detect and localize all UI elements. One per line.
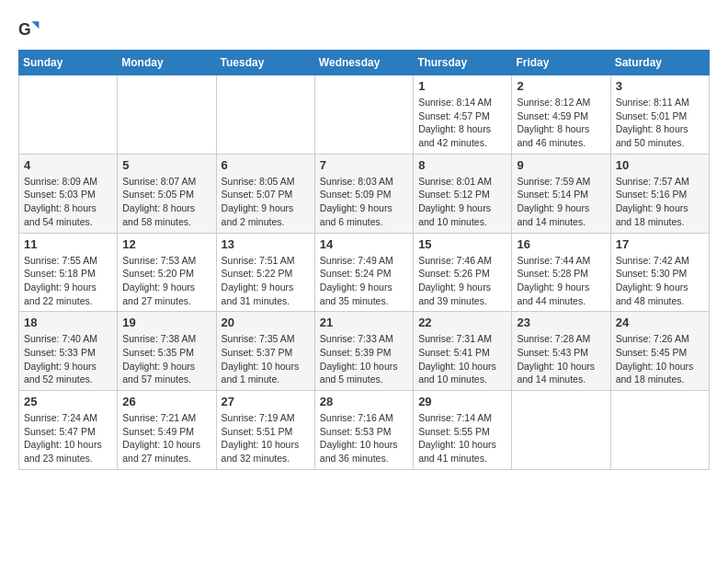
calendar-cell: 9Sunrise: 7:59 AMSunset: 5:14 PMDaylight… [512,154,610,233]
calendar-cell: 29Sunrise: 7:14 AMSunset: 5:55 PMDayligh… [414,391,512,470]
day-header-friday: Friday [512,51,610,75]
calendar-week-3: 11Sunrise: 7:55 AMSunset: 5:18 PMDayligh… [19,233,710,312]
day-number: 6 [222,158,310,172]
calendar-cell: 14Sunrise: 7:49 AMSunset: 5:24 PMDayligh… [314,233,413,312]
day-number: 26 [122,395,210,408]
calendar-cell: 8Sunrise: 8:01 AMSunset: 5:12 PMDaylight… [414,154,512,233]
day-info: Sunrise: 7:21 AMSunset: 5:49 PMDaylight:… [122,411,210,465]
calendar-cell: 22Sunrise: 7:31 AMSunset: 5:41 PMDayligh… [414,312,512,391]
day-info: Sunrise: 7:46 AMSunset: 5:26 PMDaylight:… [418,254,506,308]
day-info: Sunrise: 7:59 AMSunset: 5:14 PMDaylight:… [517,175,605,229]
calendar-week-1: 1Sunrise: 8:14 AMSunset: 4:57 PMDaylight… [19,75,710,155]
day-info: Sunrise: 8:01 AMSunset: 5:12 PMDaylight:… [418,175,506,229]
day-info: Sunrise: 8:05 AMSunset: 5:07 PMDaylight:… [222,175,310,229]
day-header-monday: Monday [118,51,216,75]
day-number: 14 [320,237,408,251]
day-info: Sunrise: 7:28 AMSunset: 5:43 PMDaylight:… [517,332,605,386]
day-header-thursday: Thursday [414,51,512,75]
svg-text:G: G [18,20,31,39]
day-header-saturday: Saturday [610,51,709,75]
day-info: Sunrise: 8:03 AMSunset: 5:09 PMDaylight:… [320,175,408,229]
calendar-cell: 21Sunrise: 7:33 AMSunset: 5:39 PMDayligh… [314,312,413,391]
day-number: 16 [517,237,605,251]
day-info: Sunrise: 7:51 AMSunset: 5:22 PMDaylight:… [222,254,310,308]
calendar-cell [118,75,216,155]
calendar-week-5: 25Sunrise: 7:24 AMSunset: 5:47 PMDayligh… [19,391,710,470]
calendar-cell [216,75,314,155]
calendar-cell [314,75,413,155]
page-header: G [18,18,710,40]
day-number: 22 [418,316,506,329]
calendar-cell: 24Sunrise: 7:26 AMSunset: 5:45 PMDayligh… [610,312,709,391]
day-number: 29 [418,395,506,408]
day-info: Sunrise: 8:07 AMSunset: 5:05 PMDaylight:… [122,175,210,229]
day-info: Sunrise: 7:49 AMSunset: 5:24 PMDaylight:… [320,254,408,308]
calendar-cell [512,391,610,470]
calendar-cell: 27Sunrise: 7:19 AMSunset: 5:51 PMDayligh… [216,391,314,470]
day-info: Sunrise: 7:24 AMSunset: 5:47 PMDaylight:… [24,411,112,465]
day-info: Sunrise: 8:11 AMSunset: 5:01 PMDaylight:… [616,96,704,150]
calendar-cell: 20Sunrise: 7:35 AMSunset: 5:37 PMDayligh… [216,312,314,391]
day-info: Sunrise: 7:57 AMSunset: 5:16 PMDaylight:… [616,175,704,229]
day-number: 25 [24,395,112,408]
calendar-cell: 10Sunrise: 7:57 AMSunset: 5:16 PMDayligh… [610,154,709,233]
calendar-cell: 15Sunrise: 7:46 AMSunset: 5:26 PMDayligh… [414,233,512,312]
calendar-cell: 13Sunrise: 7:51 AMSunset: 5:22 PMDayligh… [216,233,314,312]
calendar-cell: 19Sunrise: 7:38 AMSunset: 5:35 PMDayligh… [118,312,216,391]
calendar-cell: 17Sunrise: 7:42 AMSunset: 5:30 PMDayligh… [610,233,709,312]
day-info: Sunrise: 7:31 AMSunset: 5:41 PMDaylight:… [418,332,506,386]
day-number: 9 [517,158,605,172]
calendar-cell: 3Sunrise: 8:11 AMSunset: 5:01 PMDaylight… [610,75,709,155]
day-number: 15 [418,237,506,251]
logo-icon: G [18,18,40,40]
calendar-body: 1Sunrise: 8:14 AMSunset: 4:57 PMDaylight… [19,75,710,470]
calendar-cell: 28Sunrise: 7:16 AMSunset: 5:53 PMDayligh… [314,391,413,470]
calendar-cell: 2Sunrise: 8:12 AMSunset: 4:59 PMDaylight… [512,75,610,155]
day-info: Sunrise: 8:14 AMSunset: 4:57 PMDaylight:… [418,96,506,150]
day-number: 12 [122,237,210,251]
day-number: 28 [320,395,408,408]
calendar-week-2: 4Sunrise: 8:09 AMSunset: 5:03 PMDaylight… [19,154,710,233]
day-info: Sunrise: 7:40 AMSunset: 5:33 PMDaylight:… [24,332,112,386]
calendar-cell: 23Sunrise: 7:28 AMSunset: 5:43 PMDayligh… [512,312,610,391]
day-number: 10 [616,158,704,172]
logo: G [18,18,44,40]
day-number: 2 [517,79,605,93]
calendar-cell: 1Sunrise: 8:14 AMSunset: 4:57 PMDaylight… [414,75,512,155]
calendar-cell: 16Sunrise: 7:44 AMSunset: 5:28 PMDayligh… [512,233,610,312]
day-info: Sunrise: 7:44 AMSunset: 5:28 PMDaylight:… [517,254,605,308]
day-number: 13 [222,237,310,251]
calendar-cell: 18Sunrise: 7:40 AMSunset: 5:33 PMDayligh… [19,312,118,391]
day-number: 24 [616,316,704,329]
day-info: Sunrise: 7:16 AMSunset: 5:53 PMDaylight:… [320,411,408,465]
calendar-cell: 6Sunrise: 8:05 AMSunset: 5:07 PMDaylight… [216,154,314,233]
day-number: 3 [616,79,704,93]
calendar-table: SundayMondayTuesdayWednesdayThursdayFrid… [18,50,710,470]
calendar-cell: 11Sunrise: 7:55 AMSunset: 5:18 PMDayligh… [19,233,118,312]
day-number: 7 [320,158,408,172]
day-info: Sunrise: 7:26 AMSunset: 5:45 PMDaylight:… [616,332,704,386]
day-number: 23 [517,316,605,329]
day-number: 5 [122,158,210,172]
day-number: 20 [222,316,310,329]
day-number: 1 [418,79,506,93]
day-header-tuesday: Tuesday [216,51,314,75]
calendar-cell: 7Sunrise: 8:03 AMSunset: 5:09 PMDaylight… [314,154,413,233]
day-info: Sunrise: 7:19 AMSunset: 5:51 PMDaylight:… [222,411,310,465]
svg-marker-1 [31,21,39,29]
day-number: 11 [24,237,112,251]
day-info: Sunrise: 7:38 AMSunset: 5:35 PMDaylight:… [122,332,210,386]
calendar-cell: 12Sunrise: 7:53 AMSunset: 5:20 PMDayligh… [118,233,216,312]
day-number: 8 [418,158,506,172]
day-number: 19 [122,316,210,329]
day-info: Sunrise: 7:55 AMSunset: 5:18 PMDaylight:… [24,254,112,308]
day-number: 17 [616,237,704,251]
day-header-wednesday: Wednesday [314,51,413,75]
calendar-cell [19,75,118,155]
calendar-cell: 4Sunrise: 8:09 AMSunset: 5:03 PMDaylight… [19,154,118,233]
day-info: Sunrise: 7:14 AMSunset: 5:55 PMDaylight:… [418,411,506,465]
calendar-cell: 5Sunrise: 8:07 AMSunset: 5:05 PMDaylight… [118,154,216,233]
calendar-cell [610,391,709,470]
day-info: Sunrise: 7:35 AMSunset: 5:37 PMDaylight:… [222,332,310,386]
day-info: Sunrise: 7:53 AMSunset: 5:20 PMDaylight:… [122,254,210,308]
